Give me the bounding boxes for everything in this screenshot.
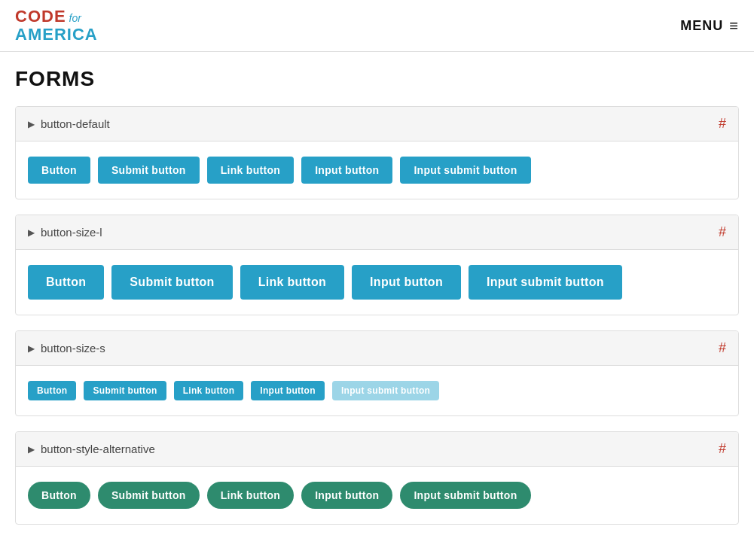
- page-content: FORMS ▶button-default#ButtonSubmit butto…: [0, 52, 754, 555]
- section-header-button-style-alternative[interactable]: ▶button-style-alternative#: [16, 432, 738, 467]
- section-body-button-style-alternative: ButtonSubmit buttonLink buttonInput butt…: [16, 467, 738, 524]
- logo-for: for: [69, 13, 81, 24]
- section-hash-button-size-l[interactable]: #: [719, 224, 726, 240]
- button-button-default-3[interactable]: Input button: [301, 157, 392, 184]
- triangle-icon: ▶: [28, 444, 35, 455]
- section-body-button-size-s: ButtonSubmit buttonLink buttonInput butt…: [16, 366, 738, 415]
- button-button-style-alternative-1[interactable]: Submit button: [98, 482, 200, 509]
- section-card-button-default: ▶button-default#ButtonSubmit buttonLink …: [15, 106, 739, 199]
- button-button-size-l-2[interactable]: Link button: [240, 265, 344, 300]
- menu-label: MENU: [680, 18, 723, 34]
- button-button-size-s-3[interactable]: Input button: [251, 381, 325, 400]
- menu-button[interactable]: MENU ≡: [680, 17, 739, 35]
- triangle-icon: ▶: [28, 343, 35, 354]
- section-name-button-style-alternative: button-style-alternative: [41, 443, 155, 455]
- button-button-size-s-0[interactable]: Button: [28, 381, 76, 400]
- button-button-size-s-2[interactable]: Link button: [174, 381, 244, 400]
- button-button-size-l-3[interactable]: Input button: [352, 265, 461, 300]
- button-button-size-s-4[interactable]: Input submit button: [332, 381, 439, 400]
- section-card-button-size-l: ▶button-size-l#ButtonSubmit buttonLink b…: [15, 215, 739, 315]
- section-header-button-size-l[interactable]: ▶button-size-l#: [16, 215, 738, 250]
- section-header-button-size-s[interactable]: ▶button-size-s#: [16, 331, 738, 366]
- triangle-icon: ▶: [28, 119, 35, 129]
- button-button-style-alternative-4[interactable]: Input submit button: [400, 482, 530, 509]
- section-name-button-size-s: button-size-s: [41, 342, 105, 355]
- page-title: FORMS: [15, 67, 739, 91]
- button-button-size-l-0[interactable]: Button: [28, 265, 104, 300]
- button-button-style-alternative-0[interactable]: Button: [28, 482, 90, 509]
- logo-america: AMERICA: [15, 25, 98, 44]
- logo-code: CODE: [15, 8, 66, 26]
- button-button-size-l-1[interactable]: Submit button: [111, 265, 232, 300]
- button-button-default-0[interactable]: Button: [28, 157, 90, 184]
- site-header: CODE for AMERICA MENU ≡: [0, 0, 754, 52]
- menu-icon: ≡: [729, 17, 739, 35]
- site-logo: CODE for AMERICA: [15, 8, 98, 44]
- section-hash-button-size-s[interactable]: #: [719, 340, 726, 356]
- button-button-default-2[interactable]: Link button: [207, 157, 295, 184]
- section-card-button-size-s: ▶button-size-s#ButtonSubmit buttonLink b…: [15, 330, 739, 416]
- section-hash-button-default[interactable]: #: [719, 116, 726, 132]
- section-name-button-default: button-default: [41, 117, 110, 130]
- button-button-size-l-4[interactable]: Input submit button: [469, 265, 622, 300]
- section-header-button-default[interactable]: ▶button-default#: [16, 107, 738, 142]
- section-body-button-default: ButtonSubmit buttonLink buttonInput butt…: [16, 142, 738, 199]
- triangle-icon: ▶: [28, 227, 35, 238]
- sections-container: ▶button-default#ButtonSubmit buttonLink …: [15, 106, 739, 525]
- button-button-style-alternative-2[interactable]: Link button: [207, 482, 295, 509]
- button-button-style-alternative-3[interactable]: Input button: [301, 482, 392, 509]
- button-button-default-1[interactable]: Submit button: [98, 157, 200, 184]
- section-body-button-size-l: ButtonSubmit buttonLink buttonInput butt…: [16, 250, 738, 315]
- button-button-size-s-1[interactable]: Submit button: [84, 381, 166, 400]
- button-button-default-4[interactable]: Input submit button: [400, 157, 530, 184]
- section-hash-button-style-alternative[interactable]: #: [719, 441, 726, 457]
- section-name-button-size-l: button-size-l: [41, 226, 102, 239]
- section-card-button-style-alternative: ▶button-style-alternative#ButtonSubmit b…: [15, 431, 739, 525]
